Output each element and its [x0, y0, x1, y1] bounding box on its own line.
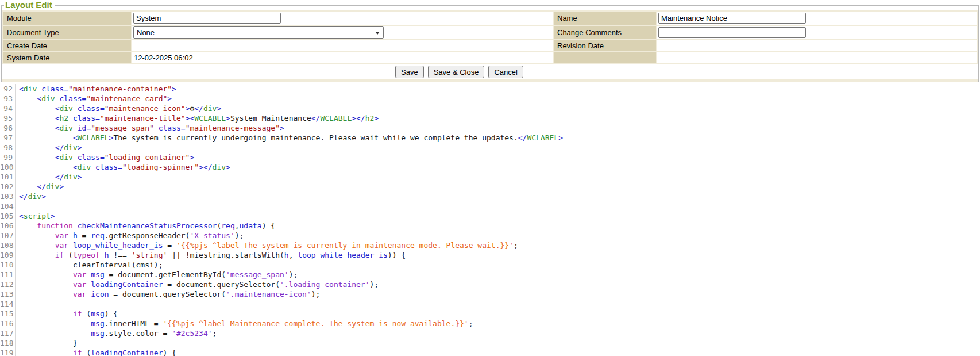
revision-date-label: Revision Date	[554, 40, 656, 51]
line-number: 114	[0, 299, 16, 309]
code-line: 100 <div class="loading-spinner"></div>	[0, 162, 980, 172]
cancel-button[interactable]: Cancel	[488, 66, 523, 78]
line-number: 93	[0, 94, 16, 104]
code-line: 92<div class="maintenance-container">	[0, 84, 980, 94]
line-number: 100	[0, 162, 16, 172]
code-line: 117 msg.style.color = '#2c5234';	[0, 328, 980, 338]
change-comments-input[interactable]	[658, 27, 806, 38]
chevron-down-icon	[375, 32, 380, 35]
document-type-label: Document Type	[3, 26, 131, 39]
line-number: 98	[0, 143, 16, 152]
code-line: 111 var msg = document.getElementById('m…	[0, 270, 980, 280]
line-number: 107	[0, 231, 16, 240]
code-line: 104	[0, 201, 980, 211]
empty-value-cell	[657, 52, 977, 63]
line-number: 106	[0, 221, 16, 231]
form-buttons-row: Save Save & Close Cancel	[2, 64, 978, 79]
layout-edit-panel: Layout Edit Module Name Document Type No…	[1, 1, 979, 82]
code-line: 106 function checkMaintenanceStatusProce…	[0, 221, 980, 231]
layout-edit-form: Module Name Document Type None Change Co…	[2, 10, 978, 64]
create-date-label: Create Date	[3, 40, 131, 51]
code-line: 118 }	[0, 338, 980, 348]
line-number: 119	[0, 348, 16, 356]
line-number: 94	[0, 104, 16, 113]
module-input[interactable]	[133, 13, 281, 24]
module-label: Module	[3, 12, 131, 25]
code-line: 99 <div class="loading-container">	[0, 152, 980, 162]
system-date-label: System Date	[3, 52, 131, 63]
page-title: Layout Edit	[4, 1, 55, 10]
code-line: 105<script>	[0, 211, 980, 221]
line-number: 105	[0, 211, 16, 221]
change-comments-value-cell	[657, 26, 977, 39]
code-line: 97 <WCLABEL>The system is currently unde…	[0, 133, 980, 143]
document-type-selected-option: None	[137, 28, 155, 37]
document-type-select[interactable]: None	[133, 26, 384, 39]
line-number: 104	[0, 201, 16, 211]
name-label: Name	[554, 12, 656, 25]
code-line: 102 </div>	[0, 182, 980, 192]
line-number: 96	[0, 123, 16, 133]
code-line: 113 var icon = document.querySelector('.…	[0, 289, 980, 299]
code-line: 116 msg.innerHTML = '{{%pjs ^label Maint…	[0, 319, 980, 328]
code-line: 93 <div class="maintenance-card">	[0, 94, 980, 104]
line-number: 97	[0, 133, 16, 143]
create-date-value-cell	[132, 40, 553, 51]
code-line: 108 var loop_while_header_is = '{{%pjs ^…	[0, 240, 980, 250]
code-line: 115 if (msg) {	[0, 309, 980, 319]
line-number: 102	[0, 182, 16, 192]
line-number: 110	[0, 260, 16, 270]
line-number: 117	[0, 328, 16, 338]
code-line: 101 </div>	[0, 172, 980, 182]
code-line: 109 if (typeof h !== 'string' || !miestr…	[0, 250, 980, 260]
save-button[interactable]: Save	[395, 66, 424, 78]
line-number: 116	[0, 319, 16, 328]
line-number: 103	[0, 192, 16, 201]
save-and-close-button[interactable]: Save & Close	[428, 66, 485, 78]
line-number: 112	[0, 280, 16, 289]
document-type-value-cell: None	[132, 26, 553, 39]
line-number: 115	[0, 309, 16, 319]
code-line: 119 if (loadingContainer) {	[0, 348, 980, 356]
code-line: 114	[0, 299, 980, 309]
code-line: 112 var loadingContainer = document.quer…	[0, 280, 980, 289]
module-value-cell	[132, 12, 553, 25]
code-line: 98 </div>	[0, 143, 980, 152]
line-number: 108	[0, 240, 16, 250]
line-number: 109	[0, 250, 16, 260]
line-number: 113	[0, 289, 16, 299]
line-number: 118	[0, 338, 16, 348]
name-input[interactable]	[658, 13, 806, 24]
empty-label-cell	[554, 52, 656, 63]
system-date-value: 12-02-2025 06:02	[133, 53, 193, 62]
system-date-value-cell: 12-02-2025 06:02	[132, 52, 553, 63]
code-line: 95 <h2 class="maintenance-title"><WCLABE…	[0, 113, 980, 123]
change-comments-label: Change Comments	[554, 26, 656, 39]
code-editor[interactable]: 92<div class="maintenance-container">93 …	[0, 82, 980, 356]
code-line: 107 var h = req.getResponseHeader('X-sta…	[0, 231, 980, 240]
code-line: 103</div>	[0, 192, 980, 201]
line-number: 111	[0, 270, 16, 280]
code-line: 110 clearInterval(cmsi);	[0, 260, 980, 270]
code-line: 96 <div id="message_span" class="mainten…	[0, 123, 980, 133]
line-number: 92	[0, 84, 16, 94]
line-number: 95	[0, 113, 16, 123]
code-line: 94 <div class="maintenance-icon">⚙</div>	[0, 104, 980, 113]
name-value-cell	[657, 12, 977, 25]
line-number: 99	[0, 152, 16, 162]
revision-date-value-cell	[657, 40, 977, 51]
line-number: 101	[0, 172, 16, 182]
